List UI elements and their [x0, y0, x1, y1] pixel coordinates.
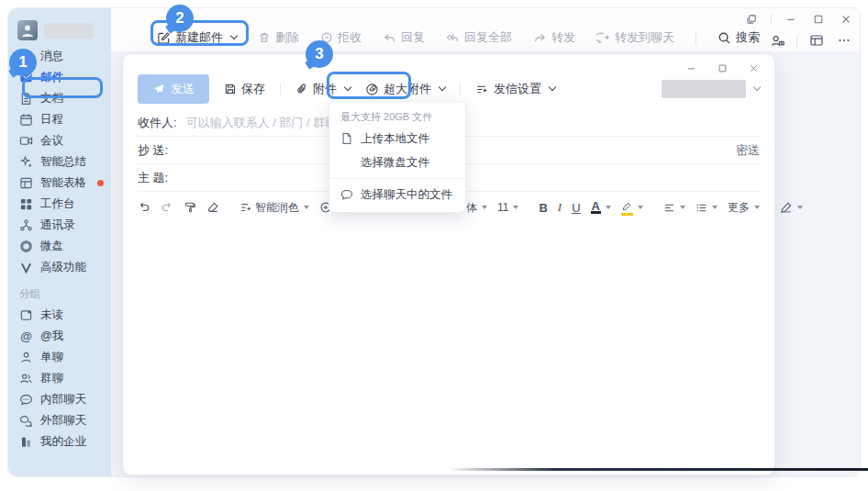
- delete-button[interactable]: 删除: [258, 29, 299, 46]
- sidebar-item-meeting[interactable]: 会议: [8, 130, 111, 151]
- underline-button[interactable]: U: [572, 201, 580, 215]
- smart-polish-button[interactable]: 智能润色: [239, 200, 309, 216]
- sender-account-selector[interactable]: [662, 80, 760, 98]
- video-icon: [19, 134, 33, 148]
- new-mail-button[interactable]: 新建邮件: [157, 29, 237, 46]
- large-attachment-button[interactable]: 超大附件: [365, 81, 445, 97]
- sidebar-item-label: 群聊: [40, 371, 63, 386]
- sidebar-item-single-chat[interactable]: 单聊: [8, 347, 111, 368]
- reply-button[interactable]: 回复: [383, 29, 425, 46]
- forward-button[interactable]: 转发: [533, 29, 575, 46]
- search-icon: [718, 31, 731, 45]
- caret-down-icon: [606, 206, 611, 209]
- sidebar-item-label: 未读: [40, 307, 63, 323]
- sidebar-item-internal-chat[interactable]: 内部聊天: [8, 389, 111, 410]
- close-icon[interactable]: [838, 11, 854, 28]
- window-controls: [743, 11, 854, 28]
- reply-all-button[interactable]: 回复全部: [446, 29, 512, 46]
- menu-item-upload-local[interactable]: 上传本地文件: [329, 127, 465, 151]
- chat-bubble-icon: [340, 188, 354, 201]
- sidebar-item-label: 工作台: [40, 196, 75, 212]
- save-button[interactable]: 保存: [224, 81, 265, 97]
- sidebar-item-advanced[interactable]: 高级功能: [8, 257, 111, 278]
- sidebar-item-label: 通讯录: [40, 218, 75, 233]
- sidebar-item-mail[interactable]: 邮件: [8, 67, 111, 88]
- minimize-icon[interactable]: [783, 11, 799, 28]
- sidebar-item-label: 内部聊天: [40, 392, 86, 407]
- bcc-button[interactable]: 密送: [736, 142, 760, 159]
- menu-item-select-drive[interactable]: 选择微盘文件: [329, 151, 465, 174]
- sidebar-item-smart-summary[interactable]: 智能总结: [8, 151, 111, 173]
- caret-down-icon: [754, 206, 760, 209]
- list-button[interactable]: [696, 202, 718, 214]
- floppy-icon: [224, 83, 237, 95]
- avatar[interactable]: [17, 20, 38, 40]
- sidebar-item-docs[interactable]: 文档: [8, 88, 111, 109]
- reject-button[interactable]: 拒收: [320, 29, 362, 46]
- align-button[interactable]: [663, 202, 685, 214]
- sidebar-item-messages[interactable]: 消息: [8, 46, 111, 67]
- double-bubble-icon: [19, 414, 33, 428]
- divider: [796, 35, 797, 47]
- sidebar-item-label: 我的企业: [40, 434, 86, 450]
- sidebar-item-group-chat[interactable]: 群聊: [8, 368, 111, 389]
- undo-button[interactable]: [138, 201, 150, 214]
- sidebar-item-label: 智能表格: [40, 175, 86, 191]
- notification-dot: [97, 180, 104, 186]
- font-color-button[interactable]: A: [591, 201, 611, 214]
- menu-divider: [329, 178, 465, 179]
- caret-down-icon: [797, 206, 803, 209]
- caret-down-icon: [712, 206, 718, 209]
- sidebar-item-calendar[interactable]: 日程: [8, 109, 111, 130]
- calendar-icon: [19, 113, 33, 127]
- signature-button[interactable]: [780, 201, 803, 214]
- caret-down-icon: [513, 206, 518, 209]
- sidebar-item-drive[interactable]: 微盘: [8, 236, 111, 257]
- send-settings-button[interactable]: 发信设置: [475, 81, 555, 97]
- sidebar-item-at-me[interactable]: @@我: [8, 326, 111, 347]
- sidebar-item-workbench[interactable]: 工作台: [8, 194, 111, 215]
- redo-button[interactable]: [161, 201, 173, 214]
- menu-item-select-chat[interactable]: 选择聊天中的文件: [329, 183, 465, 206]
- sidebar-item-my-company[interactable]: 我的企业: [8, 431, 111, 452]
- to-label: 收件人:: [138, 115, 177, 131]
- attachment-button[interactable]: 附件: [295, 81, 351, 97]
- format-painter-button[interactable]: [184, 201, 196, 214]
- minus-circle-icon: [320, 31, 333, 44]
- sidebar-item-label: @我: [40, 329, 63, 344]
- divider: [460, 84, 461, 95]
- cc-label: 抄 送:: [138, 142, 168, 159]
- sidebar-item-smart-table[interactable]: 智能表格: [8, 173, 111, 194]
- sidebar-item-label: 单聊: [40, 350, 63, 365]
- sparkle-icon: [19, 155, 33, 169]
- sidebar-item-unread[interactable]: 未读: [8, 305, 111, 326]
- person-icon: [19, 351, 33, 364]
- new-mail-label: 新建邮件: [175, 29, 223, 46]
- maximize-icon[interactable]: [810, 11, 827, 28]
- drive-icon: [19, 240, 33, 253]
- bold-button[interactable]: B: [539, 201, 547, 215]
- search-button[interactable]: 搜索: [718, 29, 760, 46]
- layout-panel-icon[interactable]: [808, 32, 825, 49]
- forward-to-chat-button[interactable]: 转发到聊天: [596, 29, 674, 46]
- font-size-select[interactable]: 11: [497, 201, 518, 214]
- send-button[interactable]: 发送: [138, 74, 209, 104]
- forward-icon: [533, 31, 547, 45]
- sidebar-item-external-chat[interactable]: 外部聊天: [8, 410, 111, 431]
- sidebar-item-label: 文档: [40, 91, 63, 106]
- chat-bubble-icon: [19, 50, 33, 63]
- sidebar-item-contacts[interactable]: 通讯录: [8, 215, 111, 236]
- contact-card-icon[interactable]: [769, 32, 785, 49]
- sidebar-item-label: 消息: [40, 49, 63, 64]
- sidebar-item-label: 邮件: [40, 70, 63, 85]
- more-format-button[interactable]: 更多: [728, 200, 760, 216]
- company-bars-icon: [19, 435, 33, 449]
- popout-icon[interactable]: [743, 11, 760, 28]
- org-tree-icon: [19, 218, 33, 232]
- mail-icon: [19, 71, 33, 84]
- more-icon[interactable]: [836, 32, 852, 49]
- paperclip-icon: [295, 83, 308, 95]
- highlight-button[interactable]: [621, 200, 643, 216]
- clear-format-button[interactable]: [206, 201, 219, 214]
- italic-button[interactable]: I: [558, 200, 562, 215]
